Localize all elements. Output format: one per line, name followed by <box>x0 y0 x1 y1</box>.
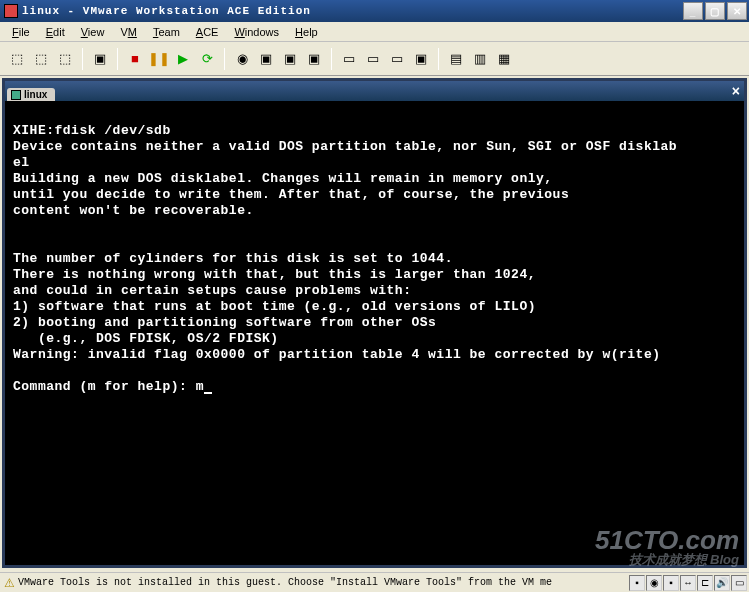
status-bar: ⚠ VMware Tools is not installed in this … <box>0 572 749 592</box>
vm-frame: linux × XIHE:fdisk /dev/sdb Device conta… <box>2 78 747 568</box>
sound-icon[interactable]: 🔊 <box>714 575 730 591</box>
menu-view[interactable]: View <box>73 24 113 40</box>
warning-icon: ⚠ <box>2 576 16 590</box>
minimize-button[interactable]: _ <box>683 2 703 20</box>
menu-vm-key: M <box>128 26 137 38</box>
show-toolbar-icon[interactable]: ▥ <box>469 48 491 70</box>
pause-icon[interactable]: ❚❚ <box>148 48 170 70</box>
display-icon[interactable]: ▭ <box>731 575 747 591</box>
maximize-button[interactable]: ▢ <box>705 2 725 20</box>
menu-windows[interactable]: Windows <box>226 24 287 40</box>
vm-tab-linux[interactable]: linux <box>7 88 55 101</box>
revert-icon[interactable]: ⬚ <box>54 48 76 70</box>
screenshot-icon[interactable]: ▣ <box>89 48 111 70</box>
snapshot-revert-icon[interactable]: ▣ <box>279 48 301 70</box>
window-title: linux - VMware Workstation ACE Edition <box>22 5 683 17</box>
guest-console[interactable]: XIHE:fdisk /dev/sdb Device contains neit… <box>5 101 744 565</box>
title-bar: linux - VMware Workstation ACE Edition _… <box>0 0 749 22</box>
menu-team[interactable]: Team <box>145 24 188 40</box>
snapshot-manager-icon[interactable]: ▣ <box>255 48 277 70</box>
toolbar-separator <box>117 48 118 70</box>
vm-tab-bar: linux × <box>5 81 744 101</box>
menu-view-key: V <box>81 26 88 38</box>
quick-switch-icon[interactable]: ▦ <box>493 48 515 70</box>
toolbar-separator <box>82 48 83 70</box>
window-controls: _ ▢ ✕ <box>683 2 747 20</box>
toolbar-separator <box>438 48 439 70</box>
close-button[interactable]: ✕ <box>727 2 747 20</box>
power-off-icon[interactable]: ⬚ <box>6 48 28 70</box>
snapshot-icon[interactable]: ◉ <box>231 48 253 70</box>
menu-vm[interactable]: VM <box>112 24 145 40</box>
unity-icon[interactable]: ▭ <box>362 48 384 70</box>
show-sidebar-icon[interactable]: ▤ <box>445 48 467 70</box>
app-icon <box>4 4 18 18</box>
cycle-icon[interactable]: ⟳ <box>196 48 218 70</box>
tab-close-icon[interactable]: × <box>732 83 740 99</box>
play-icon[interactable]: ▶ <box>172 48 194 70</box>
terminal-output: XIHE:fdisk /dev/sdb Device contains neit… <box>13 123 677 394</box>
usb-icon[interactable]: ⊏ <box>697 575 713 591</box>
appliance-view-icon[interactable]: ▣ <box>410 48 432 70</box>
text-cursor <box>204 392 212 394</box>
menu-file-key: F <box>12 26 19 38</box>
toolbar: ⬚ ⬚ ⬚ ▣ ■ ❚❚ ▶ ⟳ ◉ ▣ ▣ ▣ ▭ ▭ ▭ ▣ ▤ ▥ ▦ <box>0 42 749 76</box>
hdd-icon[interactable]: ▪ <box>629 575 645 591</box>
menu-help-key: H <box>295 26 303 38</box>
device-tray: ▪ ◉ ▪ ↔ ⊏ 🔊 ▭ <box>629 575 747 591</box>
floppy-icon[interactable]: ▪ <box>663 575 679 591</box>
suspend-icon[interactable]: ⬚ <box>30 48 52 70</box>
menu-help[interactable]: Help <box>287 24 326 40</box>
snapshot-take-icon[interactable]: ▣ <box>303 48 325 70</box>
menu-ace[interactable]: ACE <box>188 24 227 40</box>
console-view-icon[interactable]: ▭ <box>386 48 408 70</box>
menu-edit-key: E <box>46 26 53 38</box>
vm-tab-label: linux <box>24 89 47 100</box>
status-message: VMware Tools is not installed in this gu… <box>18 577 629 588</box>
menu-edit[interactable]: Edit <box>38 24 73 40</box>
toolbar-separator <box>331 48 332 70</box>
network-icon[interactable]: ↔ <box>680 575 696 591</box>
menu-windows-key: W <box>234 26 244 38</box>
toolbar-separator <box>224 48 225 70</box>
stop-icon[interactable]: ■ <box>124 48 146 70</box>
fullscreen-icon[interactable]: ▭ <box>338 48 360 70</box>
cdrom-icon[interactable]: ◉ <box>646 575 662 591</box>
menu-bar: File Edit View VM Team ACE Windows Help <box>0 22 749 42</box>
vm-tab-icon <box>11 90 21 100</box>
menu-file[interactable]: File <box>4 24 38 40</box>
